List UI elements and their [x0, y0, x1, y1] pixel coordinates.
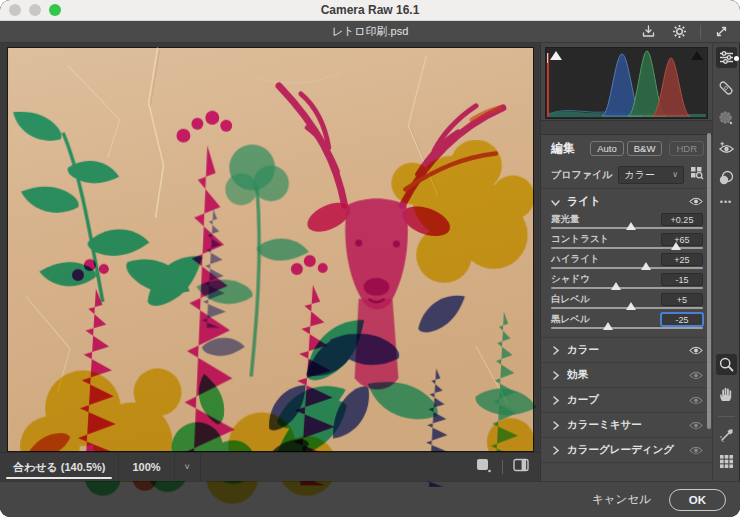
section-color-mixer[interactable]: カラーミキサー — [541, 413, 712, 438]
edit-header-row: 編集 Auto B&W HDR — [541, 135, 712, 161]
zoom-window-button[interactable] — [49, 4, 61, 16]
contrast-value[interactable]: +65 — [661, 233, 703, 246]
camera-raw-window: Camera Raw 16.1 レトロ印刷.psd — [0, 0, 740, 517]
shadows-slider[interactable]: シャドウ-15 — [551, 273, 703, 293]
color-grading-visibility-eye-icon[interactable] — [689, 441, 703, 459]
traffic-lights — [9, 0, 61, 20]
blacks-slider[interactable]: 黒レベル-25 — [551, 313, 703, 333]
red-eye-removal-icon[interactable] — [716, 137, 737, 158]
chevron-down-icon — [551, 192, 560, 210]
collapsed-sections: カラー 効果 カーブ カラーミキサー — [541, 337, 712, 477]
minimize-window-button[interactable] — [29, 4, 41, 16]
hand-tool-icon[interactable] — [716, 384, 737, 405]
light-section-header[interactable]: ライト — [541, 189, 712, 213]
zoom-tool-icon[interactable] — [716, 354, 737, 375]
slider-thumb[interactable] — [626, 222, 636, 230]
section-color-grading[interactable]: カラーグレーディング — [541, 438, 712, 463]
color-visibility-eye-icon[interactable] — [689, 341, 703, 359]
highlights-label: ハイライト — [551, 253, 600, 266]
photo-canvas[interactable] — [7, 47, 534, 452]
slider-thumb[interactable] — [611, 282, 621, 290]
color-mixer-visibility-eye-icon[interactable] — [689, 416, 703, 434]
slider-track[interactable] — [551, 327, 703, 329]
next-section-partial — [541, 463, 712, 477]
cancel-button[interactable]: キャンセル — [592, 492, 651, 507]
slider-thumb[interactable] — [603, 322, 613, 330]
masking-icon[interactable] — [716, 107, 737, 128]
shadows-value[interactable]: -15 — [661, 273, 703, 286]
section-effects-label: 効果 — [567, 368, 588, 382]
chevron-down-icon: ∨ — [672, 170, 678, 179]
image-viewport: 合わせる (140.5%) 100% ˅ — [0, 43, 540, 481]
fullscreen-expand-icon[interactable] — [711, 21, 732, 42]
retro-print-artwork — [8, 48, 533, 451]
light-sliders: 露光量+0.25 コントラスト+65 ハイライト+25 シャドウ-15 白レベル… — [541, 213, 712, 337]
zoom-100-tab[interactable]: 100% — [119, 453, 174, 481]
panel-scrollbar[interactable] — [707, 133, 711, 429]
window-title: Camera Raw 16.1 — [321, 3, 420, 17]
slider-track[interactable] — [551, 267, 703, 269]
zoom-level-chevron-down-icon[interactable]: ˅ — [175, 453, 201, 481]
exif-info-strip — [541, 120, 712, 135]
tools-column: ••• — [712, 43, 739, 481]
edit-title: 編集 — [551, 140, 575, 157]
hdr-button[interactable]: HDR — [669, 141, 704, 156]
whites-slider[interactable]: 白レベル+5 — [551, 293, 703, 313]
bw-button[interactable]: B&W — [627, 141, 663, 156]
presets-icon[interactable] — [716, 167, 737, 188]
zoom-fit-tab[interactable]: 合わせる (140.5%) — [0, 453, 119, 481]
contrast-label: コントラスト — [551, 233, 609, 246]
highlight-clipping-icon[interactable] — [691, 51, 703, 60]
healing-bandaid-icon[interactable] — [716, 77, 737, 98]
profile-value: カラー — [624, 168, 654, 182]
profile-label: プロファイル — [551, 168, 612, 182]
app-toolbar: レトロ印刷.psd — [0, 21, 740, 43]
profile-browser-icon[interactable] — [690, 166, 704, 184]
close-window-button[interactable] — [9, 4, 21, 16]
exposure-slider[interactable]: 露光量+0.25 — [551, 213, 703, 233]
whites-label: 白レベル — [551, 293, 590, 306]
document-filename: レトロ印刷.psd — [0, 24, 740, 39]
active-tool-indicator-dot — [734, 56, 739, 61]
section-curve-label: カーブ — [567, 393, 599, 407]
ok-button[interactable]: OK — [669, 489, 726, 511]
section-color-label: カラー — [567, 343, 599, 357]
section-color-mixer-label: カラーミキサー — [567, 418, 642, 432]
zoombar-divider — [502, 460, 503, 474]
slider-thumb[interactable] — [626, 302, 636, 310]
shadow-clipping-icon[interactable] — [550, 51, 562, 60]
settings-gear-icon[interactable] — [669, 21, 690, 42]
auto-button[interactable]: Auto — [590, 141, 624, 156]
highlights-value[interactable]: +25 — [661, 253, 703, 266]
blacks-label: 黒レベル — [551, 313, 590, 326]
light-visibility-eye-icon[interactable] — [689, 192, 703, 210]
contrast-slider[interactable]: コントラスト+65 — [551, 233, 703, 253]
section-effects[interactable]: 効果 — [541, 363, 712, 388]
edit-panel: 編集 Auto B&W HDR プロファイル カラー ∨ — [540, 43, 712, 481]
curve-visibility-eye-icon[interactable] — [689, 391, 703, 409]
before-after-view-icon[interactable] — [513, 458, 530, 477]
profile-dropdown[interactable]: カラー ∨ — [618, 166, 684, 184]
titlebar: Camera Raw 16.1 — [0, 0, 740, 21]
slider-thumb[interactable] — [671, 242, 681, 250]
zoom-bar: 合わせる (140.5%) 100% ˅ — [0, 452, 540, 481]
shadows-label: シャドウ — [551, 273, 590, 286]
save-download-icon[interactable] — [638, 21, 659, 42]
more-tools-icon[interactable]: ••• — [720, 197, 732, 207]
tools-divider — [718, 416, 735, 417]
histogram[interactable] — [545, 47, 708, 119]
highlights-slider[interactable]: ハイライト+25 — [551, 253, 703, 273]
preview-mode-icon[interactable] — [476, 458, 492, 477]
section-color[interactable]: カラー — [541, 338, 712, 363]
blacks-value[interactable]: -25 — [661, 313, 703, 326]
whites-value[interactable]: +5 — [661, 293, 703, 306]
toolbar-divider — [700, 25, 701, 39]
effects-visibility-eye-icon[interactable] — [689, 366, 703, 384]
light-section-title: ライト — [567, 194, 601, 209]
white-balance-eyedropper-icon[interactable] — [716, 425, 737, 446]
section-curve[interactable]: カーブ — [541, 388, 712, 413]
color-sampler-grid-icon[interactable] — [716, 451, 737, 472]
exposure-value[interactable]: +0.25 — [661, 213, 703, 226]
slider-track[interactable] — [551, 287, 703, 289]
slider-thumb[interactable] — [641, 262, 651, 270]
